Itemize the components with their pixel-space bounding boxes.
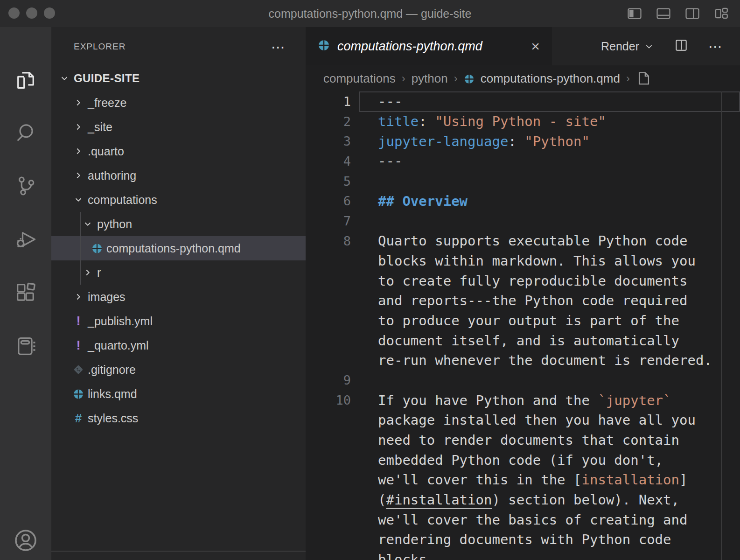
line-number: 4 [306,154,378,168]
code-text: blocks. [378,552,740,560]
code-text: need to render documents that contain [378,432,740,448]
tree-file-_quarto.yml[interactable]: !_quarto.yml [51,333,306,357]
layout-controls [626,0,730,27]
chevron-right-icon [73,170,84,181]
tree-item-label: r [97,266,101,280]
quarto-file-icon [464,71,475,86]
code-line-8-wrap5: document itself, and is automatically [306,330,740,350]
code-line-8-wrap3: and reports---the Python code required [306,291,740,311]
quarto-file-icon [73,388,84,399]
line-number: 7 [306,214,378,228]
sidebar-title: EXPLORER [74,42,126,52]
breadcrumb-item-computations-python.qmd[interactable]: computations-python.qmd [481,71,620,86]
render-label: Render [601,40,639,53]
toggle-panel-icon[interactable] [655,5,672,22]
code-text: Quarto supports executable Python code [378,233,740,249]
files-icon[interactable] [13,67,39,93]
code-line-7: 7 [306,211,740,231]
yaml-file-icon: ! [73,340,84,351]
line-number: 9 [306,373,378,387]
sidebar-more-icon[interactable]: ⋯ [271,39,286,55]
source-control-icon[interactable] [13,173,39,199]
tree-item-label: _freeze [88,96,126,110]
chevron-down-icon [73,194,84,205]
breadcrumb-item-computations[interactable]: computations [323,71,396,86]
code-text: jupyter-language: "Python" [378,133,740,149]
tree-item-label: _quarto.yml [88,339,149,352]
code-line-8-wrap6: re-run whenever the document is rendered… [306,350,740,371]
line-number: 6 [306,194,378,208]
more-actions-icon[interactable]: ⋯ [708,38,723,55]
tree-folder-.quarto[interactable]: .quarto [51,139,306,163]
search-icon[interactable] [13,119,39,146]
tree-folder-images[interactable]: images [51,285,306,309]
tree-file-_publish.yml[interactable]: !_publish.yml [51,309,306,333]
activity-bar [0,27,51,560]
outline-section[interactable]: OUTLINE [51,551,306,560]
chevron-right-icon [73,97,84,108]
tree-folder-guide-site[interactable]: GUIDE-SITE [51,66,306,91]
code-editor[interactable]: 1---2title: "Using Python - site"3jupyte… [306,91,740,560]
css-file-icon: # [73,413,84,424]
code-line-3: 3jupyter-language: "Python" [306,131,740,151]
code-text: re-run whenever the document is rendered… [378,352,740,368]
code-line-8-wrap1: blocks within markdown. This allows you [306,251,740,271]
tree-folder-_freeze[interactable]: _freeze [51,91,306,115]
tree-file-computations-python.qmd[interactable]: computations-python.qmd [51,236,306,260]
toggle-primary-sidebar-icon[interactable] [626,5,643,22]
tree-file-.gitignore[interactable]: .gitignore [51,357,306,382]
gitignore-file-icon [73,364,84,375]
tree-folder-python[interactable]: python [51,212,306,236]
code-text: to create fully reproducible documents [378,273,740,289]
account-icon[interactable] [13,527,39,553]
code-line-10-wrap7: rendering documents with Python code [306,530,740,550]
code-line-10-wrap1: package installed then you have all you [306,410,740,430]
code-line-8-wrap2: to create fully reproducible documents [306,271,740,291]
tree-folder-_site[interactable]: _site [51,115,306,139]
tree-item-label: _site [88,120,112,134]
toggle-secondary-sidebar-icon[interactable] [684,5,701,22]
explorer-sidebar: EXPLORER ⋯ GUIDE-SITE_freeze_site.quarto… [51,27,306,560]
tab-title: computations-python.qmd [337,39,482,54]
file-symbol-icon [636,70,652,86]
title-bar: computations-python.qmd — guide-site [0,0,740,27]
code-line-8: 8Quarto supports executable Python code [306,231,740,251]
tree-item-label: computations [88,193,157,207]
tree-item-label: .gitignore [88,363,136,377]
code-text: and reports---the Python code required [378,293,740,308]
code-line-2: 2title: "Using Python - site" [306,112,740,132]
debug-icon[interactable] [13,227,39,253]
render-button[interactable]: Render [601,40,654,53]
code-text: (#installation) section below). Next, [378,492,740,508]
notebook-icon[interactable] [13,333,39,359]
tree-folder-authoring[interactable]: authoring [51,163,306,188]
code-text: we'll cover this in the [installation] [378,472,740,488]
line-number: 2 [306,114,378,129]
tree-file-styles.css[interactable]: #styles.css [51,406,306,430]
tree-folder-r[interactable]: r [51,260,306,285]
tree-file-links.qmd[interactable]: links.qmd [51,382,306,406]
code-text: title: "Using Python - site" [378,113,740,129]
code-line-9: 9 [306,371,740,391]
line-number: 3 [306,134,378,148]
tab-bar: computations-python.qmd × Render ⋯ [306,27,740,65]
tree-item-label: computations-python.qmd [106,242,241,255]
code-line-6: 6## Overview [306,191,740,211]
code-text: embedded Python code (if you don't, [378,452,740,468]
code-text: --- [378,153,740,169]
line-number: 5 [306,174,378,189]
line-number: 8 [306,234,378,248]
quarto-file-icon [318,39,330,53]
chevron-right-icon [73,146,84,157]
close-tab-icon[interactable]: × [531,39,540,54]
code-line-1: 1--- [306,91,740,112]
breadcrumb-item-python[interactable]: python [412,71,448,86]
tree-item-label: _publish.yml [88,315,153,328]
customize-layout-icon[interactable] [713,5,730,22]
tree-folder-computations[interactable]: computations [51,188,306,212]
code-text: blocks within markdown. This allows you [378,253,740,269]
extensions-icon[interactable] [13,280,39,306]
split-editor-icon[interactable] [674,38,689,55]
tab-computations-python[interactable]: computations-python.qmd × [306,27,552,65]
code-text: package installed then you have all you [378,412,740,428]
